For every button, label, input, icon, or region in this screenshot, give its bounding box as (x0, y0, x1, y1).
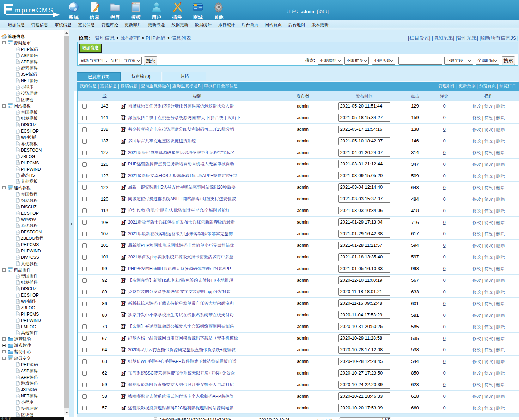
svg-text:mpireCMS: mpireCMS (15, 6, 54, 14)
